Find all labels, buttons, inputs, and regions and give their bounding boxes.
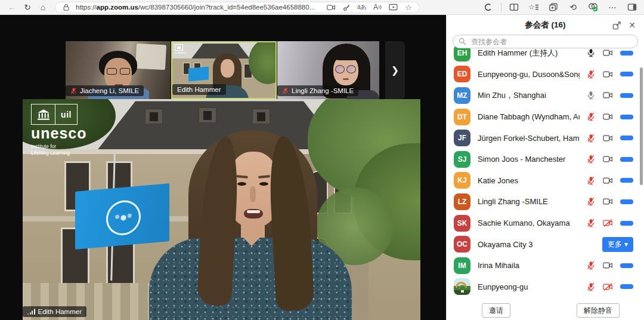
invite-button[interactable]: 邀请 — [482, 303, 510, 318]
lock-icon — [60, 2, 72, 13]
participant-name: Lingli Zhang -SMILE — [478, 197, 580, 206]
favorites-star-glyph: ☆ — [528, 3, 535, 11]
participant-status-icons — [587, 134, 613, 143]
participant-row[interactable]: Eunpyeong-gu — [447, 276, 644, 298]
participant-row[interactable]: OC Okayama City 3 更多 ▾ — [447, 233, 644, 255]
mic-status-icon — [587, 282, 595, 291]
search-input[interactable] — [470, 37, 632, 47]
participant-row[interactable]: JF Jürgen Forkel-Schubert, Hamburg — [447, 127, 644, 149]
back-icon: ← — [8, 2, 16, 12]
participant-row[interactable]: LZ Lingli Zhang -SMILE — [447, 191, 644, 213]
more-button[interactable] — [620, 157, 633, 162]
more-button[interactable]: 更多 ▾ — [602, 237, 633, 252]
close-icon[interactable]: ✕ — [626, 19, 638, 31]
unesco-watermark: uil unesco Institute for Lifelong Learni… — [31, 104, 87, 156]
copilot-icon[interactable] — [481, 1, 496, 14]
camera-status-icon — [603, 219, 613, 227]
camera-status-icon — [603, 70, 613, 78]
mic-status-icon — [587, 219, 595, 227]
split-screen-icon[interactable] — [507, 1, 521, 14]
participant-avatar: IM — [454, 257, 470, 274]
refresh-button[interactable]: ↻ — [20, 1, 35, 14]
participant-row[interactable]: DT Diane Tabbagh (Wyndham, Australia) — [447, 106, 644, 128]
back-button[interactable]: ← — [5, 1, 19, 14]
favorite-star-icon[interactable]: ☆ — [402, 2, 414, 13]
participant-status-icons — [587, 48, 613, 57]
unesco-subtitle: Institute for Lifelong Learning — [31, 143, 87, 156]
more-glyph: ⋯ — [608, 2, 617, 12]
tile1-name-label: Jiacheng Li, SMILE — [66, 85, 144, 96]
read-aloud-icon[interactable]: A — [371, 2, 383, 13]
more-button[interactable] — [620, 93, 633, 98]
search-icon — [459, 38, 466, 45]
participant-avatar: KJ — [454, 172, 470, 189]
speaker-torso — [149, 238, 352, 320]
tile3-mouth — [343, 78, 349, 80]
password-key-icon[interactable] — [340, 2, 352, 13]
participant-name: Jürgen Forkel-Schubert, Hamburg — [478, 134, 580, 143]
filmstrip-next-button[interactable]: ❯ — [385, 41, 405, 99]
participant-avatar: JF — [454, 130, 470, 146]
extension-status-icon[interactable] — [586, 1, 600, 14]
sidebar-toggle-icon[interactable] — [625, 1, 639, 14]
uil-logo: uil — [55, 104, 77, 124]
history-icon[interactable]: ⟲ — [566, 1, 580, 14]
more-button[interactable] — [620, 115, 633, 119]
participant-row[interactable]: IM Irina Mihaila — [447, 255, 644, 276]
more-button[interactable] — [620, 136, 633, 140]
un-emblem — [106, 199, 141, 236]
participant-avatar: MZ — [454, 87, 470, 104]
more-button[interactable] — [620, 178, 633, 183]
more-button[interactable] — [620, 72, 633, 76]
mic-status-icon — [587, 112, 595, 121]
participant-row[interactable]: KJ Katie Jones — [447, 170, 644, 192]
chevron-right-icon: ❯ — [391, 64, 399, 76]
collections-icon[interactable] — [546, 1, 561, 14]
panel-scrollbar[interactable] — [640, 67, 643, 185]
unesco-temple-icon — [175, 44, 183, 51]
participant-row[interactable]: MZ Min Zhu，Shanghai — [447, 85, 644, 106]
more-button[interactable] — [620, 199, 633, 204]
participant-name: Diane Tabbagh (Wyndham, Australia) — [478, 112, 580, 121]
mic-status-icon — [587, 176, 595, 185]
more-button[interactable] — [620, 51, 633, 56]
mic-status-icon — [587, 261, 595, 270]
participant-name: Irina Mihaila — [478, 261, 580, 270]
more-button[interactable] — [620, 221, 633, 226]
tile1-glasses-left — [107, 68, 117, 75]
participant-status-icons — [587, 219, 613, 227]
participant-row[interactable]: SK Sachie Kumano, Okayama — [447, 213, 644, 234]
favorites-bar-icon[interactable]: ☆ — [527, 1, 541, 14]
settings-more-icon[interactable]: ⋯ — [605, 1, 620, 14]
address-bar[interactable]: https://app.zoom.us/wc/83987305660/join?… — [55, 2, 420, 13]
toolbar-divider — [501, 3, 501, 11]
unmute-button[interactable]: 解除静音 — [577, 303, 620, 318]
participant-name: Katie Jones — [478, 176, 580, 185]
muted-mic-icon — [70, 88, 77, 94]
participant-row[interactable]: ED Eunpyeong-gu, Dusoon&Song-e — [447, 64, 644, 85]
more-button-label: 更多 — [608, 239, 622, 250]
participant-status-icons — [587, 197, 613, 206]
main-speaker-video[interactable]: uil unesco Institute for Lifelong Learni… — [23, 99, 420, 320]
video-tile-jiacheng-li[interactable]: Jiacheng Li, SMILE — [66, 41, 171, 99]
more-button[interactable] — [620, 263, 633, 268]
panel-footer: 邀请 解除静音 — [447, 303, 644, 320]
participant-row[interactable]: SJ Simon Joos - Manchester — [447, 149, 644, 170]
rainbow-icon — [456, 282, 467, 288]
url-text[interactable]: https://app.zoom.us/wc/83987305660/join?… — [76, 4, 321, 11]
picture-in-picture-icon[interactable] — [387, 2, 399, 13]
tile3-name-label: Lingli Zhang -SMILE — [277, 85, 358, 96]
unesco-wordmark: unesco — [31, 126, 87, 141]
camera-permission-icon[interactable] — [325, 2, 337, 13]
participant-search-box[interactable] — [453, 35, 638, 48]
pop-out-icon[interactable] — [611, 19, 623, 31]
video-tile-lingli-zhang[interactable]: Lingli Zhang -SMILE — [277, 41, 379, 99]
house-icon — [461, 290, 464, 293]
speaker-eye — [259, 182, 268, 186]
more-button[interactable] — [620, 284, 633, 289]
main-speaker-name-label: Edith Hammer — [23, 306, 86, 317]
participant-avatar — [454, 278, 470, 295]
video-tile-edith-hammer-active[interactable]: unesco Edith Hammer — [171, 41, 277, 99]
translate-icon[interactable]: aあ — [356, 2, 368, 13]
home-button[interactable]: ⌂ — [36, 1, 50, 14]
